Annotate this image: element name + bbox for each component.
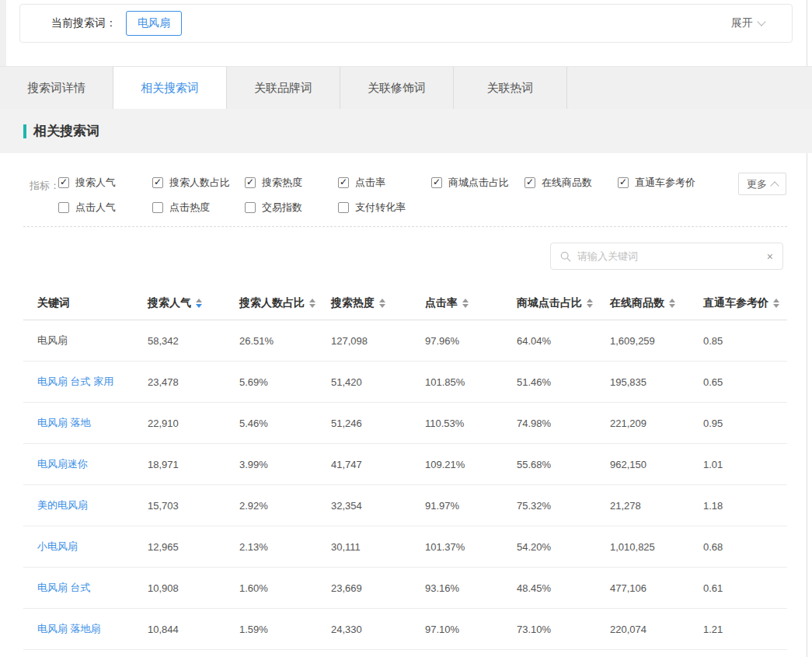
page-title: 相关搜索词 [33, 122, 99, 140]
column-header-mall-click-ratio[interactable]: 商城点击占比 [517, 296, 610, 310]
column-label: 关键词 [37, 296, 70, 310]
keyword-link[interactable]: 电风扇迷你 [37, 458, 88, 470]
metric-checkbox-pay-conversion[interactable]: 支付转化率 [338, 200, 431, 215]
cell-ztc-ref-price: 1.18 [703, 500, 787, 512]
cell-searcher-ratio: 1.60% [239, 582, 331, 594]
cell-ctr: 91.97% [425, 500, 517, 512]
column-label: 搜索人气 [148, 296, 191, 310]
keyword-search-input[interactable] [577, 250, 767, 262]
current-search-term-bar: 当前搜索词： 电风扇 展开 [19, 4, 793, 43]
cell-searcher-ratio: 2.92% [239, 500, 331, 512]
column-header-search-heat[interactable]: 搜索热度 [331, 296, 425, 310]
cell-mall-click-ratio: 64.04% [517, 335, 610, 347]
keyword-link[interactable]: 美的电风扇 [37, 499, 88, 511]
cell-searcher-ratio: 26.51% [239, 335, 331, 347]
sort-icon[interactable] [773, 299, 779, 308]
search-icon [560, 251, 571, 262]
cell-ctr: 101.85% [425, 376, 517, 388]
metric-label: 交易指数 [262, 201, 302, 215]
expand-button[interactable]: 展开 [731, 16, 765, 30]
cell-searcher-ratio: 2.13% [239, 541, 331, 553]
cell-ctr: 97.96% [425, 335, 517, 347]
column-header-searcher-ratio[interactable]: 搜索人数占比 [239, 296, 331, 310]
metric-checkbox-click-popularity[interactable]: 点击人气 [58, 200, 152, 215]
cell-searcher-ratio: 5.69% [239, 376, 331, 388]
cell-ztc-ref-price: 1.21 [703, 624, 787, 635]
metric-label: 搜索热度 [262, 176, 302, 190]
cell-online-products: 477,106 [610, 582, 703, 594]
checkbox-checked-icon [431, 177, 442, 188]
cell-search-heat: 30,111 [331, 541, 425, 553]
tab-related-modifier-terms[interactable]: 关联修饰词 [340, 67, 454, 110]
cell-search-heat: 51,420 [331, 376, 425, 388]
table-row: 电风扇迷你 18,971 3.99% 41,747 109.21% 55.68%… [23, 444, 787, 485]
more-label: 更多 [747, 177, 767, 191]
cell-search-popularity: 12,965 [148, 541, 239, 553]
cell-searcher-ratio: 1.59% [239, 624, 331, 635]
checkbox-checked-icon [338, 177, 349, 188]
cell-ctr: 109.21% [425, 459, 517, 470]
metric-checkbox-online-products[interactable]: 在线商品数 [524, 175, 618, 190]
sort-icon[interactable] [196, 299, 202, 308]
metric-checkbox-mall-click-ratio[interactable]: 商城点击占比 [431, 175, 524, 190]
section-title-band: 相关搜索词 [0, 109, 812, 153]
cell-ctr: 101.37% [425, 541, 517, 553]
divider [23, 226, 787, 227]
metric-checkbox-search-heat[interactable]: 搜索热度 [245, 175, 338, 190]
tab-related-brand-terms[interactable]: 关联品牌词 [227, 67, 340, 110]
metric-checkbox-searcher-ratio[interactable]: 搜索人数占比 [152, 175, 245, 190]
metric-checkbox-ztc-ref-price[interactable]: 直通车参考价 [618, 175, 742, 190]
tab-search-term-detail[interactable]: 搜索词详情 [0, 67, 113, 110]
cell-search-popularity: 10,844 [148, 624, 239, 635]
metric-label: 搜索人数占比 [169, 176, 230, 190]
table-row: 小电风扇 12,965 2.13% 30,111 101.37% 54.20% … [23, 526, 787, 568]
cell-mall-click-ratio: 51.46% [517, 376, 610, 388]
cell-mall-click-ratio: 54.20% [517, 541, 610, 553]
cell-search-popularity: 15,703 [148, 500, 239, 512]
column-header-search-popularity[interactable]: 搜索人气 [148, 296, 239, 310]
cell-searcher-ratio: 3.99% [239, 459, 331, 470]
tab-related-search-terms[interactable]: 相关搜索词 [113, 67, 227, 110]
checkbox-unchecked-icon [58, 202, 69, 213]
column-header-ctr[interactable]: 点击率 [425, 296, 517, 310]
metrics-label: 指标： [30, 179, 60, 193]
cell-search-popularity: 58,342 [148, 335, 239, 347]
more-button[interactable]: 更多 [738, 173, 786, 195]
keyword-link[interactable]: 电风扇 台式 家用 [37, 376, 113, 387]
cell-ctr: 93.16% [425, 582, 517, 594]
cell-search-popularity: 22,910 [148, 418, 239, 429]
cell-online-products: 1,010,825 [610, 541, 703, 553]
column-header-ztc-ref-price[interactable]: 直通车参考价 [703, 296, 787, 310]
keyword-link[interactable]: 电风扇 落地 [37, 417, 91, 428]
sort-icon[interactable] [587, 299, 593, 308]
sort-icon[interactable] [669, 299, 675, 308]
expand-label: 展开 [731, 16, 753, 30]
column-header-online-products[interactable]: 在线商品数 [610, 296, 703, 310]
title-accent-bar [23, 124, 26, 138]
metric-checkbox-ctr[interactable]: 点击率 [338, 175, 431, 190]
table-row: 电风扇 台式 家用 23,478 5.69% 51,420 101.85% 51… [23, 362, 787, 403]
cell-mall-click-ratio: 48.45% [517, 582, 610, 594]
metric-checkbox-trade-index[interactable]: 交易指数 [245, 200, 338, 215]
tab-related-hot-terms[interactable]: 关联热词 [454, 67, 567, 110]
chevron-down-icon [757, 17, 765, 26]
metric-filter-grid: 搜索人气 搜索人数占比 搜索热度 点击率 商城点击占比 在线商品数 直通车参考价… [58, 175, 742, 215]
cell-mall-click-ratio: 75.32% [517, 500, 610, 512]
checkbox-checked-icon [152, 177, 163, 188]
clear-icon[interactable]: × [767, 251, 773, 262]
sort-icon[interactable] [462, 299, 469, 308]
tab-bar-filler [567, 67, 812, 109]
search-term-tag[interactable]: 电风扇 [126, 11, 182, 36]
sort-icon[interactable] [309, 299, 315, 308]
keyword-link[interactable]: 小电风扇 [37, 540, 78, 552]
metric-checkbox-search-popularity[interactable]: 搜索人气 [58, 175, 152, 190]
cell-online-products: 21,278 [610, 500, 703, 512]
keyword-link[interactable]: 电风扇 落地扇 [37, 623, 101, 634]
cell-mall-click-ratio: 55.68% [517, 459, 610, 470]
table-row: 电风扇 落地扇 10,844 1.59% 24,330 97.10% 73.10… [23, 609, 787, 650]
checkbox-checked-icon [618, 177, 629, 188]
cell-search-popularity: 10,908 [148, 582, 239, 594]
metric-checkbox-click-heat[interactable]: 点击热度 [152, 200, 245, 215]
sort-icon[interactable] [379, 299, 385, 308]
keyword-link[interactable]: 电风扇 台式 [37, 582, 91, 593]
